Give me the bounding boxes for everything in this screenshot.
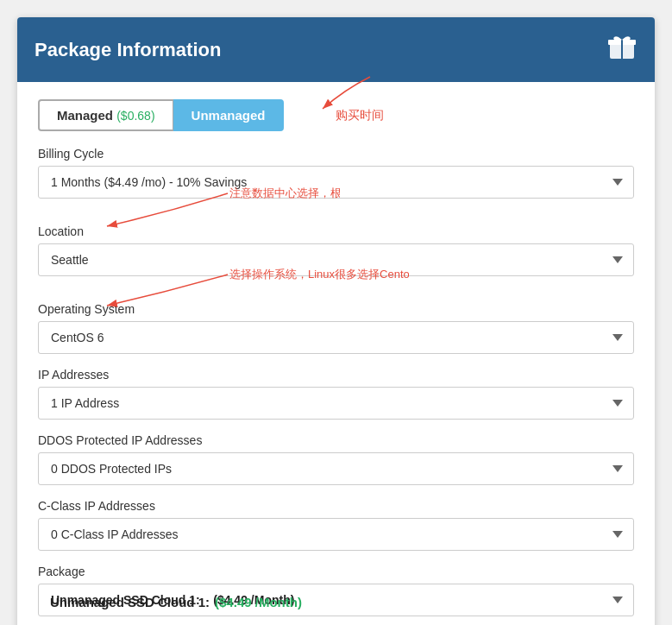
cclass-label: C-Class IP Addresses <box>38 499 634 513</box>
page-title: Package Information <box>35 39 221 61</box>
ddos-group: DDOS Protected IP Addresses 0 DDOS Prote… <box>38 433 634 485</box>
ip-addresses-group: IP Addresses 1 IP Address 2 IP Addresses <box>38 368 634 420</box>
ddos-select[interactable]: 0 DDOS Protected IPs 1 DDOS Protected IP <box>38 452 634 485</box>
package-label: Package <box>38 565 634 578</box>
billing-cycle-group: Billing Cycle 1 Months ($4.49 /mo) - 10%… <box>38 147 634 199</box>
unmanaged-button[interactable]: Unmanaged <box>173 99 285 131</box>
location-label: Location <box>38 224 634 238</box>
cclass-select[interactable]: 0 C-Class IP Addresses 1 C-Class IP Addr… <box>38 518 634 551</box>
cclass-group: C-Class IP Addresses 0 C-Class IP Addres… <box>38 499 634 551</box>
package-select-wrapper: Unmanaged SSD Cloud 1: ($4.49 /Month) <box>38 584 634 616</box>
os-group: 选择操作系统，Linux很多选择Centos 6，根据自己的需求 Operati… <box>38 302 634 354</box>
ip-addresses-select[interactable]: 1 IP Address 2 IP Addresses <box>38 387 634 420</box>
billing-cycle-label: Billing Cycle <box>38 147 634 161</box>
package-select[interactable]: Unmanaged SSD Cloud 1: ($4.49 /Month) <box>38 584 634 616</box>
ip-select-wrapper: 1 IP Address 2 IP Addresses <box>38 387 634 420</box>
ddos-label: DDOS Protected IP Addresses <box>38 433 634 447</box>
purchase-time-annotation: 购买时间 <box>336 107 384 123</box>
os-select[interactable]: CentOS 6 CentOS 7 Ubuntu 16.04 Debian 8 <box>38 321 634 354</box>
billing-cycle-select-wrapper: 1 Months ($4.49 /mo) - 10% Savings <box>38 166 634 199</box>
ddos-select-wrapper: 0 DDOS Protected IPs 1 DDOS Protected IP <box>38 452 634 485</box>
cclass-select-wrapper: 0 C-Class IP Addresses 1 C-Class IP Addr… <box>38 518 634 551</box>
location-group: 注意数据中心选择，根据自己的需求，千万不要选错了 Location Seattl… <box>38 224 634 276</box>
os-select-wrapper: CentOS 6 CentOS 7 Ubuntu 16.04 Debian 8 <box>38 321 634 354</box>
plan-toggle-row: Managed ($0.68) Unmanaged 购买时间 <box>38 99 634 131</box>
package-icon <box>606 31 637 68</box>
package-group: Package Unmanaged SSD Cloud 1: ($4.49 /M… <box>38 565 634 616</box>
managed-button[interactable]: Managed ($0.68) <box>38 99 173 131</box>
location-select-wrapper: Seattle Los Angeles New York Dallas <box>38 243 634 276</box>
location-select[interactable]: Seattle Los Angeles New York Dallas <box>38 243 634 276</box>
card-body: Managed ($0.68) Unmanaged 购买时间 Billing C… <box>17 82 655 625</box>
os-label: Operating System <box>38 302 634 316</box>
package-information-card: Package Information Managed ($0.68) Unma… <box>17 17 655 625</box>
ip-addresses-label: IP Addresses <box>38 368 634 382</box>
billing-cycle-select[interactable]: 1 Months ($4.49 /mo) - 10% Savings <box>38 166 634 199</box>
